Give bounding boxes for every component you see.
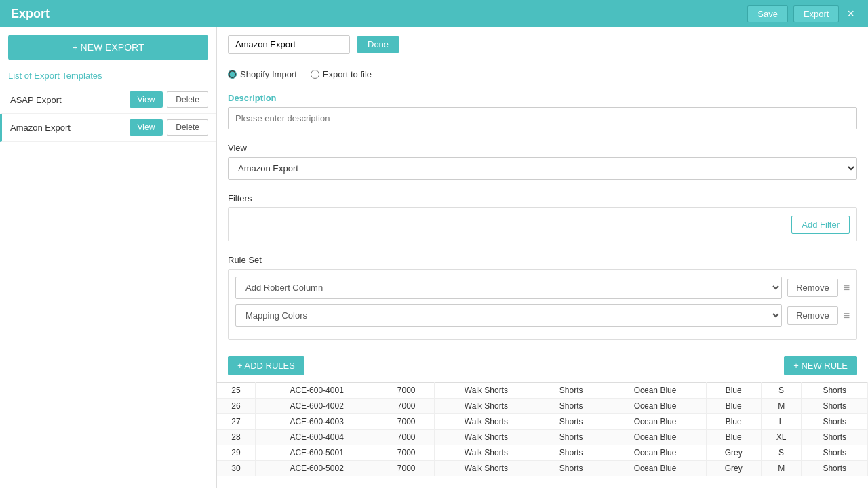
table-row: 29ACE-600-50017000Walk ShortsShortsOcean… [217, 445, 868, 461]
table-cell: 7000 [378, 445, 434, 461]
table-cell: Blue [706, 399, 761, 414]
table-cell: Shorts [802, 399, 868, 414]
table-cell: M [761, 461, 802, 476]
shopify-import-radio[interactable] [228, 70, 237, 79]
content-topbar: Done [217, 27, 868, 62]
table-cell: Grey [706, 461, 761, 476]
table-cell: Walk Shorts [434, 399, 538, 414]
new-rule-button[interactable]: + NEW RULE [784, 356, 857, 375]
done-button[interactable]: Done [357, 36, 399, 53]
rule-select-1[interactable]: Add Robert Column Mapping Colors Other R… [235, 277, 782, 299]
table-cell: Shorts [538, 414, 604, 430]
template-actions-amazon: View Delete [130, 119, 208, 136]
table-cell: Shorts [802, 414, 868, 430]
table-cell: Ocean Blue [604, 445, 706, 461]
table-cell: Shorts [802, 383, 868, 399]
table-cell: ACE-600-5001 [255, 445, 378, 461]
main-layout: + NEW EXPORT List of Export Templates AS… [0, 27, 868, 488]
header: Export Save Export × [0, 0, 868, 27]
table-cell: L [761, 414, 802, 430]
rule-select-2[interactable]: Mapping Colors Add Robert Column Other R… [235, 304, 782, 327]
filters-label: Filters [228, 193, 857, 203]
view-amazon-button[interactable]: View [130, 119, 163, 136]
table-row: 30ACE-600-50027000Walk ShortsShortsOcean… [217, 461, 868, 476]
table-row: 27ACE-600-40037000Walk ShortsShortsOcean… [217, 414, 868, 430]
table-cell: ACE-600-4003 [255, 414, 378, 430]
table-cell: Walk Shorts [434, 430, 538, 445]
table-row: 28ACE-600-40047000Walk ShortsShortsOcean… [217, 430, 868, 445]
view-asap-button[interactable]: View [130, 92, 163, 108]
table-row: 25ACE-600-40017000Walk ShortsShortsOcean… [217, 383, 868, 399]
sidebar: + NEW EXPORT List of Export Templates AS… [0, 27, 217, 488]
table-cell: 7000 [378, 399, 434, 414]
radio-row: Shopify Import Export to file [217, 62, 868, 86]
filters-box: Add Filter [228, 207, 857, 241]
table-cell: Walk Shorts [434, 383, 538, 399]
table-cell: Shorts [802, 445, 868, 461]
header-actions: Save Export × [747, 5, 857, 22]
table-cell: Shorts [802, 461, 868, 476]
table-cell: ACE-600-4001 [255, 383, 378, 399]
rule-row-2: Mapping Colors Add Robert Column Other R… [235, 304, 850, 327]
view-select[interactable]: Amazon Export Default View Custom View [228, 157, 857, 180]
table-cell: ACE-600-4002 [255, 399, 378, 414]
description-section: Description [217, 86, 868, 136]
description-input[interactable] [228, 107, 857, 129]
remove-rule-1-button[interactable]: Remove [787, 279, 837, 297]
table-cell: Ocean Blue [604, 430, 706, 445]
row-num: 26 [217, 399, 255, 414]
template-actions-asap: View Delete [130, 92, 208, 108]
rules-action-bar: + ADD RULES + NEW RULE [217, 349, 868, 382]
drag-icon-1: ≡ [844, 282, 850, 294]
view-label: View [228, 143, 857, 153]
ruleset-section: Rule Set Add Robert Column Mapping Color… [217, 248, 868, 346]
template-name-asap: ASAP Export [10, 95, 130, 105]
save-button[interactable]: Save [747, 5, 788, 22]
filters-section: Filters Add Filter [217, 186, 868, 248]
table-cell: Walk Shorts [434, 461, 538, 476]
table-cell: Ocean Blue [604, 383, 706, 399]
table-cell: Ocean Blue [604, 414, 706, 430]
table-cell: Shorts [538, 430, 604, 445]
table-row: 26ACE-600-40027000Walk ShortsShortsOcean… [217, 399, 868, 414]
add-rules-button[interactable]: + ADD RULES [228, 356, 304, 375]
table-cell: 7000 [378, 461, 434, 476]
template-name-amazon: Amazon Export [10, 123, 130, 133]
close-button[interactable]: × [844, 7, 857, 21]
table-cell: Shorts [538, 461, 604, 476]
ruleset-box: Add Robert Column Mapping Colors Other R… [228, 269, 857, 340]
table-cell: Grey [706, 445, 761, 461]
list-title: List of Export Templates [0, 68, 216, 86]
shopify-import-label: Shopify Import [240, 69, 297, 79]
template-item-asap: ASAP Export View Delete [0, 86, 216, 114]
ruleset-label: Rule Set [228, 255, 857, 265]
table-cell: Blue [706, 383, 761, 399]
table-cell: Ocean Blue [604, 399, 706, 414]
table-cell: S [761, 445, 802, 461]
export-to-file-radio[interactable] [311, 70, 319, 79]
remove-rule-2-button[interactable]: Remove [787, 306, 837, 325]
table-cell: 7000 [378, 430, 434, 445]
description-label: Description [228, 93, 857, 103]
row-num: 28 [217, 430, 255, 445]
export-button[interactable]: Export [793, 5, 840, 22]
content-panel: Done Shopify Import Export to file Descr… [217, 27, 868, 488]
table-cell: ACE-600-5002 [255, 461, 378, 476]
rule-row-1: Add Robert Column Mapping Colors Other R… [235, 277, 850, 299]
export-to-file-option[interactable]: Export to file [311, 69, 372, 79]
table-cell: 7000 [378, 383, 434, 399]
new-export-button[interactable]: + NEW EXPORT [8, 35, 208, 60]
table-cell: M [761, 399, 802, 414]
shopify-import-option[interactable]: Shopify Import [228, 69, 297, 79]
add-filter-button[interactable]: Add Filter [791, 216, 850, 234]
delete-amazon-button[interactable]: Delete [167, 119, 208, 136]
table-cell: 7000 [378, 414, 434, 430]
row-num: 29 [217, 445, 255, 461]
export-name-input[interactable] [228, 35, 350, 54]
app-title: Export [11, 7, 50, 21]
table-cell: ACE-600-4004 [255, 430, 378, 445]
delete-asap-button[interactable]: Delete [167, 92, 208, 108]
data-table: 25ACE-600-40017000Walk ShortsShortsOcean… [217, 382, 868, 476]
row-num: 27 [217, 414, 255, 430]
row-num: 25 [217, 383, 255, 399]
